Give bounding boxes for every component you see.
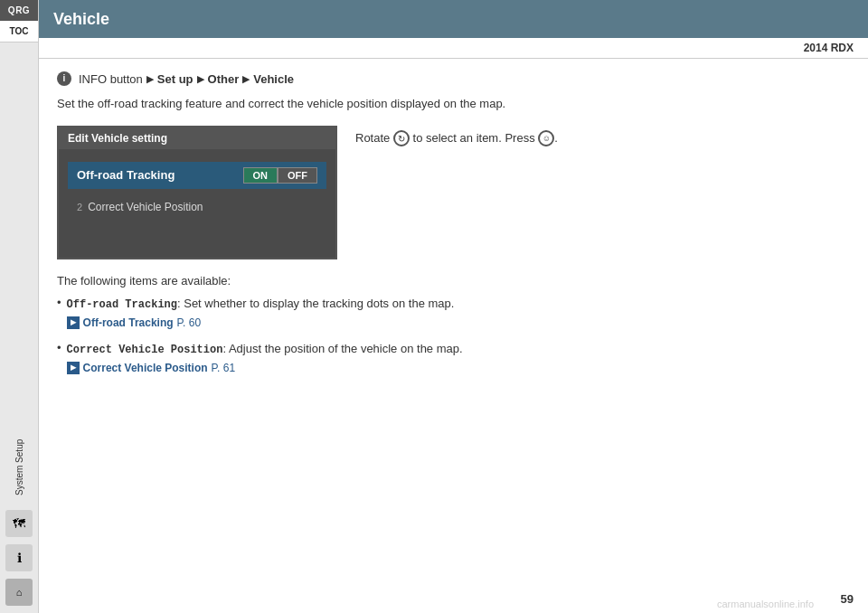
item-bullet-2: • Correct Vehicle Position: Adjust the p… bbox=[57, 340, 850, 376]
screen-item-correct-position: 2 Correct Vehicle Position bbox=[68, 196, 326, 218]
press-icon: ☺ bbox=[538, 130, 554, 146]
info-button-icon: i bbox=[57, 71, 71, 86]
correct-position-label: Correct Vehicle Position bbox=[88, 201, 203, 213]
info-sidebar-icon[interactable]: ℹ bbox=[5, 544, 33, 571]
page-title: Vehicle bbox=[53, 10, 109, 29]
screen-container: Edit Vehicle setting Off-road Tracking O… bbox=[57, 126, 337, 259]
item-name-1: Off-road Tracking bbox=[67, 298, 177, 311]
breadcrumb: i INFO button ▶ Set up ▶ Other ▶ Vehicle bbox=[57, 71, 850, 86]
item-link-2[interactable]: ▶ Correct Vehicle Position P. 61 bbox=[67, 360, 463, 376]
model-line: 2014 RDX bbox=[39, 38, 868, 59]
home-icon[interactable]: ⌂ bbox=[5, 579, 33, 606]
screen-title: Edit Vehicle setting bbox=[59, 127, 335, 149]
sidebar-bottom-icons: 🗺 ℹ ⌂ bbox=[5, 510, 33, 613]
bullet-1: • bbox=[57, 296, 61, 309]
sidebar-system-setup-label: System Setup bbox=[11, 42, 28, 510]
link-icon-2: ▶ bbox=[67, 362, 80, 374]
screen-content: Off-road Tracking ON OFF 2 Correct Vehic… bbox=[59, 149, 335, 258]
link-text-1[interactable]: Off-road Tracking bbox=[83, 315, 174, 331]
link-icon-1: ▶ bbox=[67, 316, 80, 329]
rotate-icon: ↻ bbox=[393, 130, 410, 146]
items-section: The following items are available: • Off… bbox=[57, 274, 850, 376]
rotate-instruction: Rotate ↻ to select an item. Press ☺. bbox=[355, 131, 558, 145]
breadcrumb-arrow-2: ▶ bbox=[197, 73, 204, 85]
breadcrumb-arrow-1: ▶ bbox=[146, 73, 154, 85]
sidebar-qrg[interactable]: QRG bbox=[0, 0, 38, 21]
item-desc-2: : Adjust the position of the vehicle on … bbox=[222, 342, 462, 355]
breadcrumb-part-3: Other bbox=[208, 72, 240, 86]
item-text-2: Correct Vehicle Position: Adjust the pos… bbox=[67, 340, 463, 376]
link-page-2: P. 61 bbox=[212, 360, 235, 376]
bullet-2: • bbox=[57, 341, 61, 354]
model-name: 2014 RDX bbox=[804, 42, 854, 54]
right-description: Rotate ↻ to select an item. Press ☺. bbox=[355, 126, 850, 259]
sidebar: QRG TOC System Setup 🗺 ℹ ⌂ bbox=[0, 0, 39, 613]
two-col-layout: Edit Vehicle setting Off-road Tracking O… bbox=[57, 126, 850, 259]
offroad-tracking-label: Off-road Tracking bbox=[77, 168, 175, 182]
breadcrumb-arrow-3: ▶ bbox=[242, 73, 250, 85]
breadcrumb-part-1: INFO button bbox=[79, 72, 143, 86]
link-page-1: P. 60 bbox=[177, 315, 201, 331]
watermark: carmanualsonline.info bbox=[717, 599, 814, 609]
main-content: Vehicle 2014 RDX i INFO button ▶ Set up … bbox=[39, 0, 868, 613]
item-bullet-1: • Off-road Tracking: Set whether to disp… bbox=[57, 295, 850, 331]
description-text: Set the off-road tracking feature and co… bbox=[57, 95, 850, 113]
toggle-on-button[interactable]: ON bbox=[243, 167, 278, 184]
item-number: 2 bbox=[77, 202, 82, 212]
toggle-off-button[interactable]: OFF bbox=[278, 167, 317, 184]
page-number: 59 bbox=[841, 592, 854, 606]
items-intro: The following items are available: bbox=[57, 274, 850, 288]
item-text-1: Off-road Tracking: Set whether to displa… bbox=[67, 295, 455, 331]
sidebar-toc[interactable]: TOC bbox=[0, 21, 38, 42]
toggle-group[interactable]: ON OFF bbox=[243, 167, 318, 184]
content-area: i INFO button ▶ Set up ▶ Other ▶ Vehicle… bbox=[39, 59, 868, 613]
screen-box: Edit Vehicle setting Off-road Tracking O… bbox=[57, 126, 337, 259]
item-name-2: Correct Vehicle Position bbox=[67, 344, 223, 356]
map-icon[interactable]: 🗺 bbox=[5, 510, 33, 537]
link-text-2[interactable]: Correct Vehicle Position bbox=[83, 360, 208, 376]
screen-item-offroad: Off-road Tracking ON OFF bbox=[68, 162, 326, 189]
breadcrumb-part-4: Vehicle bbox=[253, 72, 294, 86]
item-desc-1: : Set whether to display the tracking do… bbox=[177, 297, 454, 310]
breadcrumb-part-2: Set up bbox=[157, 72, 193, 86]
item-link-1[interactable]: ▶ Off-road Tracking P. 60 bbox=[67, 315, 455, 331]
page-header: Vehicle bbox=[39, 0, 868, 38]
